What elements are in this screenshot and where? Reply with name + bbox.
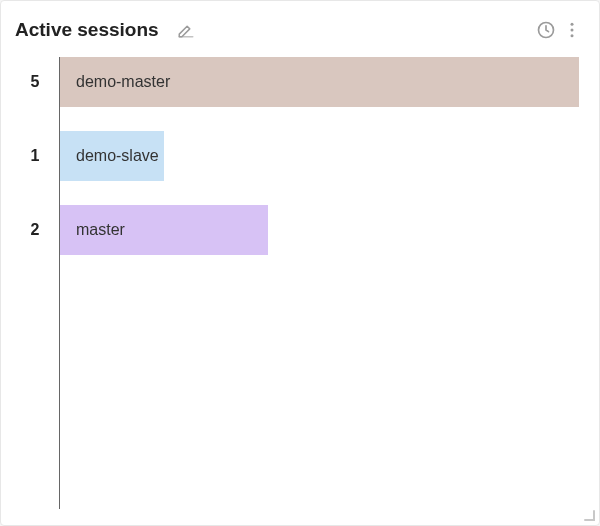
bar-value: 2 bbox=[17, 221, 59, 239]
bar-track: demo-master bbox=[60, 57, 579, 107]
bar-track: demo-slave bbox=[60, 131, 579, 181]
svg-point-2 bbox=[571, 29, 574, 32]
panel-card: Active sessions bbox=[0, 0, 600, 526]
bar-label-wrap: demo-master bbox=[60, 57, 170, 107]
bar-label-wrap: demo-slave bbox=[60, 131, 159, 181]
bar-value: 1 bbox=[17, 147, 59, 165]
svg-point-3 bbox=[571, 34, 574, 37]
pencil-icon bbox=[177, 21, 195, 39]
bar-chart: 5demo-master1demo-slave2master bbox=[17, 57, 585, 515]
chart-row: 5demo-master bbox=[17, 57, 579, 107]
resize-handle-icon bbox=[581, 507, 595, 521]
bar-label: demo-master bbox=[76, 73, 170, 91]
chart-area: 5demo-master1demo-slave2master bbox=[15, 45, 585, 515]
panel-header: Active sessions bbox=[15, 15, 585, 45]
more-vert-icon bbox=[562, 20, 582, 40]
bar-value: 5 bbox=[17, 73, 59, 91]
chart-row: 2master bbox=[17, 205, 579, 255]
clock-icon bbox=[536, 20, 556, 40]
chart-row: 1demo-slave bbox=[17, 131, 579, 181]
panel-menu-button[interactable] bbox=[559, 17, 585, 43]
bar-track: master bbox=[60, 205, 579, 255]
bar-label: demo-slave bbox=[76, 147, 159, 165]
panel-title: Active sessions bbox=[15, 19, 159, 41]
chart-rows: 5demo-master1demo-slave2master bbox=[17, 57, 579, 279]
bar-label-wrap: master bbox=[60, 205, 125, 255]
edit-button[interactable] bbox=[173, 17, 199, 43]
resize-handle[interactable] bbox=[581, 507, 595, 521]
svg-point-1 bbox=[571, 23, 574, 26]
history-button[interactable] bbox=[533, 17, 559, 43]
bar-label: master bbox=[76, 221, 125, 239]
